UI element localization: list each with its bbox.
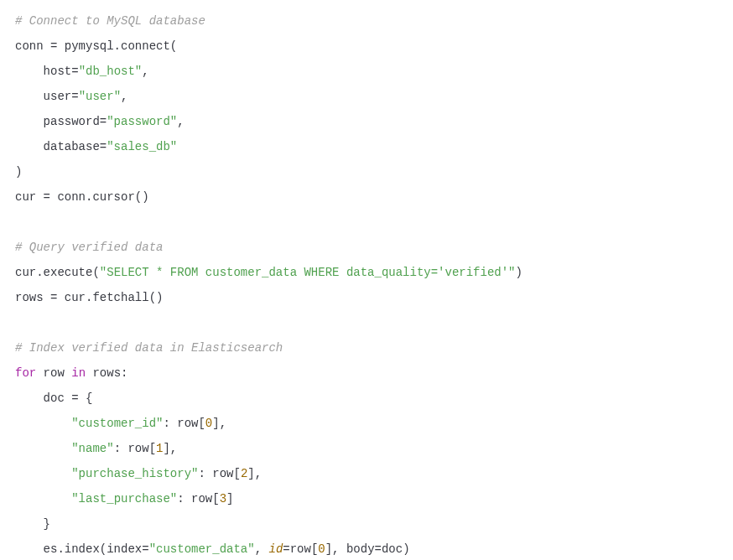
code-text: ): [516, 266, 522, 279]
code-text: row: [36, 366, 71, 380]
code-string: "password": [107, 115, 177, 128]
code-text: ,: [121, 90, 127, 103]
code-text: ],: [163, 442, 177, 455]
code-text: ],: [247, 467, 262, 480]
code-text: password=: [15, 115, 107, 128]
code-text: ],: [212, 417, 226, 430]
code-text: [15, 442, 71, 455]
code-text: host=: [15, 65, 79, 78]
code-block: # Connect to MySQL database conn = pymys…: [0, 0, 733, 560]
code-text: [15, 417, 71, 430]
code-text: : row[: [163, 417, 205, 430]
code-string: "purchase_history": [71, 467, 198, 480]
code-text: ,: [142, 65, 148, 78]
code-number: 0: [205, 417, 212, 430]
code-text: : row[: [114, 442, 156, 455]
code-text: =row[: [283, 542, 318, 556]
code-text: doc = {: [15, 391, 92, 405]
code-text: : row[: [177, 492, 219, 506]
code-text: }: [15, 517, 50, 531]
code-text: [15, 467, 71, 480]
code-string: "name": [71, 442, 113, 455]
code-text: ], body=doc): [325, 542, 410, 556]
code-text: ,: [177, 115, 184, 128]
code-text: rows:: [86, 366, 127, 380]
code-string: "db_host": [79, 65, 143, 78]
code-text: cur = conn.cursor(): [15, 190, 149, 204]
code-string: "SELECT * FROM customer_data WHERE data_…: [100, 266, 516, 279]
code-text: : row[: [198, 467, 240, 480]
code-comment: # Connect to MySQL database: [15, 14, 205, 28]
code-string: "customer_id": [71, 417, 163, 430]
code-text: database=: [15, 140, 107, 153]
code-text: ): [15, 165, 22, 179]
code-text: [15, 492, 71, 506]
code-text: ,: [255, 542, 269, 556]
code-number: 0: [318, 542, 325, 556]
code-keyword: for: [15, 366, 36, 380]
code-number: 3: [220, 492, 226, 506]
code-param: id: [268, 542, 283, 556]
code-text: rows = cur.fetchall(): [15, 291, 163, 304]
code-string: "customer_data": [149, 542, 255, 556]
code-text: conn = pymysql.connect(: [15, 39, 177, 53]
code-text: es.index(index=: [15, 542, 149, 556]
code-string: "sales_db": [107, 140, 177, 153]
code-string: "last_purchase": [71, 492, 177, 506]
code-keyword: in: [71, 366, 86, 380]
code-text: cur.execute(: [15, 266, 100, 279]
code-comment: # Index verified data in Elasticsearch: [15, 341, 283, 355]
code-text: user=: [15, 90, 79, 103]
code-string: "user": [79, 90, 121, 103]
code-comment: # Query verified data: [15, 241, 163, 254]
code-text: ]: [226, 492, 233, 506]
